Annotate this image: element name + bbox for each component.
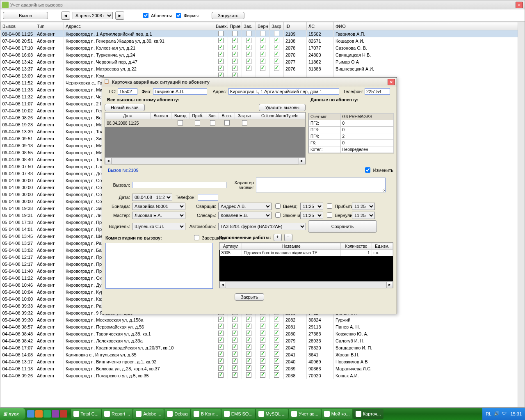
pribytie-time[interactable]: 11:25 (352, 203, 375, 210)
add-work-button[interactable]: + (274, 234, 282, 241)
zakon-time[interactable]: 11:25 (300, 212, 323, 219)
tray-icon[interactable]: 🔊 (494, 411, 500, 417)
vysval-input[interactable] (132, 182, 226, 188)
all-calls-label: Все вызовы по этому абоненту: (105, 96, 306, 103)
inner-row[interactable]: 08.04.2008 11:25 (105, 119, 305, 128)
toolbar: Вызов ◄ Апрель 2008 г ► Абоненты Фирмы З… (0, 9, 525, 22)
call-link[interactable]: Вызов №:2109 (105, 167, 141, 173)
taskbar-button[interactable]: Adobe ... (133, 409, 164, 419)
table-row[interactable]: 04-04-08 11:18АбонентКировоград г., Волк… (1, 365, 525, 372)
ql-icon[interactable] (27, 410, 34, 418)
close-icon[interactable]: × (516, 2, 523, 8)
column-header[interactable]: Вызов (1, 22, 35, 30)
month-select[interactable]: Апрель 2008 г (73, 12, 113, 19)
load-button[interactable]: Загрузить (212, 12, 244, 19)
table-row[interactable]: 05-04-08 09:30АбонентКировоград г., Моск… (1, 316, 525, 323)
table-row[interactable]: 08-04-08 11:25АбонентКировоград г., 1 Ар… (1, 30, 525, 38)
column-header[interactable]: Верн (256, 22, 270, 30)
clock[interactable]: 15:31 (510, 411, 522, 416)
ql-icon[interactable] (43, 410, 51, 418)
taskbar-button[interactable]: Учет ав... (289, 409, 321, 419)
zakon-checkbox[interactable]: Закончили: (274, 211, 298, 219)
edit-checkbox[interactable]: Изменить (363, 166, 393, 174)
table-row[interactable]: 04-04-08 09:26АбонентКировоград г., Пожа… (1, 372, 525, 379)
taskbar-button[interactable]: Total C... (71, 409, 101, 419)
tel2-label: Телефон: (174, 195, 196, 200)
vyezd-time[interactable]: 11:25 (300, 203, 323, 210)
modal-close-icon[interactable]: × (388, 79, 395, 85)
column-header[interactable]: Зак. (242, 22, 256, 30)
ql-icon[interactable] (60, 410, 67, 418)
abonents-checkbox[interactable]: Абоненты (142, 11, 172, 19)
column-header[interactable]: ID (284, 22, 307, 30)
harakter-input[interactable] (256, 178, 386, 192)
table-row[interactable]: 04-04-08 08:57АбонентКировоград г., Перв… (1, 323, 525, 330)
taskbar-button[interactable]: Report ... (102, 409, 132, 419)
modal-titlebar: 📋 Карточка аварийных ситуаций по абонент… (102, 78, 397, 87)
table-row[interactable]: 04-04-08 13:17АбонентКировоград г., Винн… (1, 358, 525, 365)
vern-checkbox[interactable]: Вернулись: (325, 211, 350, 219)
voditel-select[interactable]: Шулешко С.Л. (132, 223, 185, 230)
taskbar-button[interactable]: Debug (164, 409, 190, 419)
column-header[interactable]: Закр (270, 22, 284, 30)
master-select[interactable]: Лисовая Е.А. (132, 212, 185, 219)
comment-textarea[interactable] (105, 243, 213, 289)
save-button[interactable]: Сохранить (308, 220, 377, 233)
table-row[interactable]: 04-04-08 08:48АбонентКировоград г., Тавр… (1, 330, 525, 337)
table-row[interactable]: 07-04-08 16:03АбонентКировоград г., Турк… (1, 51, 525, 58)
column-header[interactable]: Тип (35, 22, 64, 30)
delete-call-button[interactable]: Удалить вызовы (259, 104, 306, 111)
start-button[interactable]: ⊞ пуск (0, 408, 25, 420)
table-row[interactable]: 07-04-08 13:42АбонентКировоград г., Черв… (1, 58, 525, 65)
auto-select[interactable]: ГАЗ-5201 фургон (ВА0712АЕ) (218, 223, 306, 230)
table-row[interactable]: 04-04-08 14:08АбонентКалиновка с., Ингул… (1, 351, 525, 358)
table-row[interactable]: 07-04-08 13:37АбонентКировоград г., Матр… (1, 65, 525, 72)
tray-icon[interactable]: 🛡 (502, 411, 508, 417)
inner-scrollbar[interactable]: ◄► (105, 158, 305, 164)
taskbar-button[interactable]: MySQL ... (256, 409, 288, 419)
lang-indicator[interactable]: RL (486, 411, 491, 416)
fio-input[interactable] (153, 88, 207, 95)
column-header[interactable]: Прие (228, 22, 242, 30)
vertical-scrollbar[interactable] (518, 22, 525, 407)
prev-month-button[interactable]: ◄ (61, 11, 70, 20)
table-row[interactable]: 04-04-08 08:42АбонентКировоград г., Леле… (1, 337, 525, 344)
brigada-select[interactable]: Аварийка №001 (132, 203, 185, 210)
calls-inner-grid[interactable]: ДатаВызвалВыездПриб.Зав.Возв.ЗакрытColum… (105, 112, 306, 164)
svarshik-label: Сварщик: (187, 204, 216, 209)
works-grid[interactable]: АртикулНазваниеКоличествоЕд.изм. 3005 Пі… (219, 242, 393, 288)
ql-icon[interactable] (35, 410, 43, 418)
close-button[interactable]: Закрыть (235, 293, 264, 301)
voditel-label: Водитель: (105, 224, 130, 229)
taskbar-button[interactable]: EMS SQ... (221, 409, 255, 419)
column-header[interactable]: Выех. (214, 22, 228, 30)
remove-work-button[interactable]: − (284, 234, 292, 241)
ql-icon[interactable] (52, 410, 59, 418)
call-button[interactable]: Вызов (3, 12, 48, 19)
column-header[interactable]: ЛС (307, 22, 334, 30)
pribytie-checkbox[interactable]: Прибытие: (325, 202, 350, 210)
vern-time[interactable]: 11:25 (352, 212, 375, 219)
table-row[interactable]: 07-04-08 20:51АбонентКировоград г., Гене… (1, 37, 525, 44)
column-header[interactable]: ФИО (334, 22, 387, 30)
new-call-button[interactable]: Новый вызов (105, 104, 145, 111)
taskbar-button[interactable]: В Конт... (191, 409, 221, 419)
slesar-select[interactable]: Ковалев Е.В. (218, 212, 272, 219)
done-checkbox[interactable]: Завершено (192, 234, 217, 242)
svarshik-select[interactable]: Андрес А.В. (218, 203, 272, 210)
addr-input[interactable] (228, 88, 339, 95)
table-row[interactable]: 04-04-08 17:07АбонентКировоград г., Крас… (1, 344, 525, 351)
taskbar-button[interactable]: Карточ... (353, 409, 383, 419)
ls-input[interactable] (118, 88, 137, 95)
table-row[interactable]: 07-04-08 17:10АбонентКировоград г., Колх… (1, 44, 525, 51)
column-header[interactable]: Адресс (64, 22, 214, 30)
works-row[interactable]: 3005 Підтяжка болтів клапана відмикача Т… (220, 250, 393, 256)
vyezd-checkbox[interactable]: Выезд: (274, 202, 298, 210)
tel-input[interactable] (365, 88, 390, 95)
next-month-button[interactable]: ► (115, 11, 124, 20)
date-select[interactable]: 08.04.08 - 11:25 (132, 194, 172, 201)
works-scrollbar[interactable]: ◄► (219, 281, 393, 288)
taskbar-button[interactable]: Мой ко... (322, 409, 352, 419)
tel2-input[interactable] (198, 194, 218, 201)
firms-checkbox[interactable]: Фирмы (174, 11, 199, 19)
